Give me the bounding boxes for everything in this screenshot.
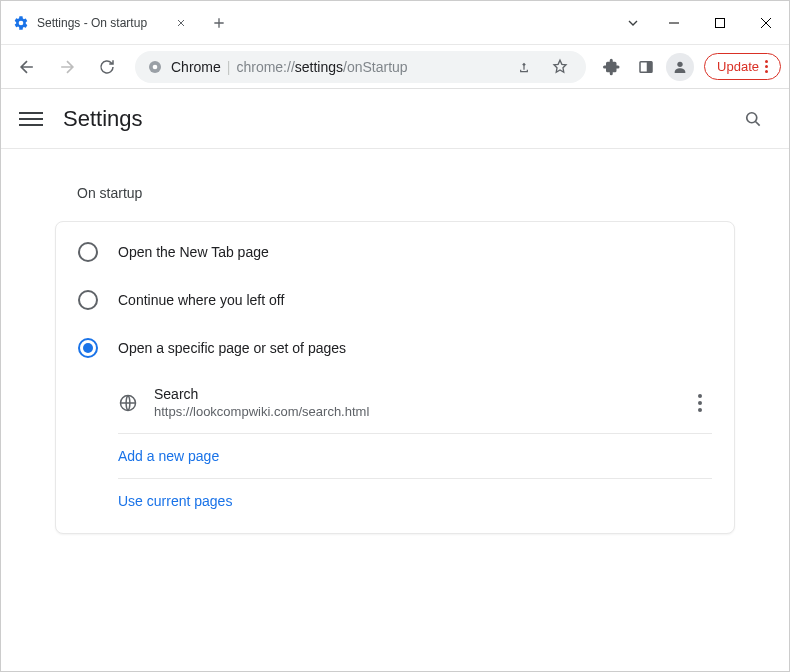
extensions-icon[interactable]: [596, 51, 628, 83]
settings-header: Settings: [1, 89, 789, 149]
titlebar: Settings - On startup: [1, 1, 789, 45]
tab-title: Settings - On startup: [37, 16, 165, 30]
omnibox[interactable]: Chrome | chrome://settings/onStartup: [135, 51, 586, 83]
bookmark-icon[interactable]: [546, 53, 574, 81]
more-icon: [765, 60, 768, 73]
back-button[interactable]: [9, 49, 45, 85]
sidepanel-icon[interactable]: [630, 51, 662, 83]
radio-continue[interactable]: Continue where you left off: [56, 276, 734, 324]
svg-point-5: [677, 61, 682, 66]
use-current-link[interactable]: Use current pages: [118, 479, 712, 523]
profile-avatar[interactable]: [664, 51, 696, 83]
close-window-button[interactable]: [743, 1, 789, 45]
share-icon[interactable]: [510, 53, 538, 81]
chevron-down-icon[interactable]: [615, 1, 651, 44]
radio-icon: [78, 338, 98, 358]
startup-page-entry: Search https://lookcompwiki.com/search.h…: [118, 372, 712, 434]
reload-button[interactable]: [89, 49, 125, 85]
chrome-logo-icon: [147, 59, 163, 75]
omnibox-text: Chrome | chrome://settings/onStartup: [171, 59, 408, 75]
more-vertical-icon[interactable]: [688, 394, 712, 412]
radio-icon: [78, 290, 98, 310]
add-page-link[interactable]: Add a new page: [118, 434, 712, 479]
forward-button[interactable]: [49, 49, 85, 85]
browser-tab[interactable]: Settings - On startup: [1, 1, 201, 44]
toolbar: Chrome | chrome://settings/onStartup: [1, 45, 789, 89]
page-entry-url: https://lookcompwiki.com/search.html: [154, 404, 672, 419]
page-entry-title: Search: [154, 386, 672, 402]
content: On startup Open the New Tab page Continu…: [1, 149, 789, 671]
svg-rect-0: [716, 18, 725, 27]
radio-specific-pages[interactable]: Open a specific page or set of pages: [56, 324, 734, 372]
svg-rect-4: [647, 61, 652, 72]
close-icon[interactable]: [173, 15, 189, 31]
radio-new-tab[interactable]: Open the New Tab page: [56, 228, 734, 276]
window-controls: [651, 1, 789, 44]
svg-point-6: [747, 112, 757, 122]
maximize-button[interactable]: [697, 1, 743, 45]
gear-icon: [13, 15, 29, 31]
startup-card: Open the New Tab page Continue where you…: [55, 221, 735, 534]
globe-icon: [118, 393, 138, 413]
minimize-button[interactable]: [651, 1, 697, 45]
update-button[interactable]: Update: [704, 53, 781, 80]
section-title: On startup: [77, 185, 735, 201]
new-tab-button[interactable]: [201, 1, 237, 44]
page-title: Settings: [63, 106, 143, 132]
svg-point-2: [153, 64, 158, 69]
radio-icon: [78, 242, 98, 262]
hamburger-icon[interactable]: [19, 107, 43, 131]
search-icon[interactable]: [735, 101, 771, 137]
